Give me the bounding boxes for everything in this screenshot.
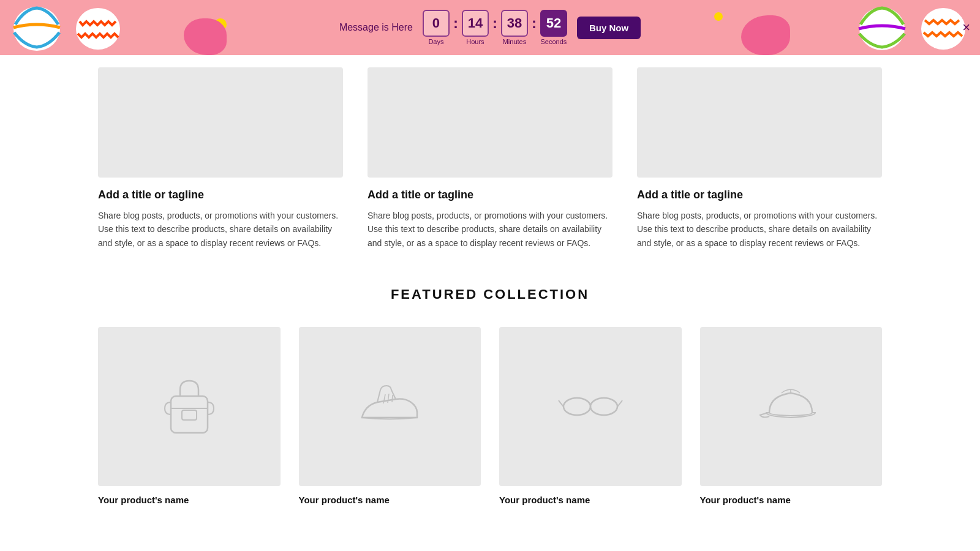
product-card-2[interactable]: Your product's name xyxy=(299,327,481,505)
countdown-days: 0 Days xyxy=(423,10,450,45)
blog-card-text-3: Share blog posts, products, or promotion… xyxy=(637,209,882,250)
product-card-1[interactable]: Your product's name xyxy=(98,327,281,505)
countdown-group: 0 Days : 14 Hours : 38 Minutes : 52 Seco… xyxy=(423,10,567,45)
svg-point-10 xyxy=(564,398,590,415)
days-box: 0 xyxy=(423,10,450,37)
buy-now-button[interactable]: Buy Now xyxy=(577,17,641,39)
shoe-icon xyxy=(353,369,426,444)
promo-banner: Message is Here 0 Days : 14 Hours : 38 M… xyxy=(0,0,980,55)
product-grid: Your product's name xyxy=(98,327,882,505)
blog-card-text-1: Share blog posts, products, or promotion… xyxy=(98,209,343,250)
hours-box: 14 xyxy=(462,10,489,37)
main-content: Add a title or tagline Share blog posts,… xyxy=(61,55,919,542)
seconds-label: Seconds xyxy=(541,38,567,45)
banner-content: Message is Here 0 Days : 14 Hours : 38 M… xyxy=(339,10,641,45)
countdown-seconds: 52 Seconds xyxy=(540,10,567,45)
svg-point-2 xyxy=(859,7,905,50)
countdown-hours: 14 Hours xyxy=(462,10,489,45)
minutes-label: Minutes xyxy=(503,38,527,45)
product-image-2 xyxy=(299,327,481,486)
blog-card-1: Add a title or tagline Share blog posts,… xyxy=(98,67,343,250)
svg-rect-6 xyxy=(182,410,197,420)
blog-card-title-3: Add a title or tagline xyxy=(637,189,882,201)
decorative-dot-2 xyxy=(714,12,723,21)
blog-cards-section: Add a title or tagline Share blog posts,… xyxy=(98,55,882,287)
product-name-1: Your product's name xyxy=(98,495,281,505)
svg-rect-4 xyxy=(171,396,208,433)
product-name-2: Your product's name xyxy=(299,495,481,505)
hours-label: Hours xyxy=(466,38,484,45)
blog-card-image-3 xyxy=(637,67,882,178)
product-card-4[interactable]: Your product's name xyxy=(700,327,883,505)
product-image-3 xyxy=(499,327,682,486)
blog-card-title-2: Add a title or tagline xyxy=(368,189,612,201)
countdown-minutes: 38 Minutes xyxy=(501,10,528,45)
product-card-3[interactable]: Your product's name xyxy=(499,327,682,505)
blog-card-image-1 xyxy=(98,67,343,178)
backpack-icon xyxy=(153,369,226,444)
close-button[interactable]: × xyxy=(962,20,970,36)
sep-1: : xyxy=(452,15,459,32)
blog-card-2: Add a title or tagline Share blog posts,… xyxy=(368,67,612,250)
sep-2: : xyxy=(491,15,499,32)
seconds-box: 52 xyxy=(540,10,567,37)
blog-card-3: Add a title or tagline Share blog posts,… xyxy=(637,67,882,250)
blog-card-text-2: Share blog posts, products, or promotion… xyxy=(368,209,612,250)
product-image-1 xyxy=(98,327,281,486)
decorative-blob-1 xyxy=(184,18,227,55)
svg-line-7 xyxy=(383,394,385,403)
sep-3: : xyxy=(530,15,538,32)
svg-point-11 xyxy=(590,398,617,415)
decorative-blob-2 xyxy=(741,15,790,55)
product-name-4: Your product's name xyxy=(700,495,883,505)
cap-icon xyxy=(754,369,827,444)
egg-decoration-2 xyxy=(61,0,135,55)
svg-point-1 xyxy=(76,8,120,50)
minutes-box: 38 xyxy=(501,10,528,37)
svg-line-8 xyxy=(388,394,389,403)
svg-point-0 xyxy=(13,7,60,51)
featured-collection-title: FEATURED COLLECTION xyxy=(98,287,882,302)
blog-card-title-1: Add a title or tagline xyxy=(98,189,343,201)
banner-message: Message is Here xyxy=(339,22,413,33)
product-name-3: Your product's name xyxy=(499,495,682,505)
blog-card-image-2 xyxy=(368,67,612,178)
featured-collection-section: FEATURED COLLECTION xyxy=(98,287,882,542)
days-label: Days xyxy=(428,38,443,45)
product-image-4 xyxy=(700,327,883,486)
svg-line-9 xyxy=(392,395,393,402)
svg-point-3 xyxy=(921,8,965,50)
glasses-icon xyxy=(554,369,627,444)
